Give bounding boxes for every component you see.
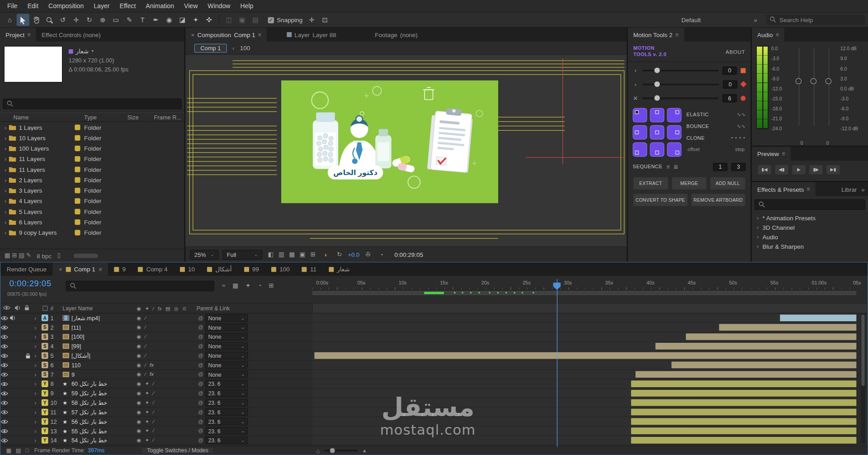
slider-mode-icon[interactable]: › [633, 81, 638, 88]
label-color-swatch[interactable] [75, 166, 80, 172]
parent-column-header[interactable]: Parent & Link [197, 305, 312, 311]
timeline-tab-أشكال[interactable]: أشكال [201, 262, 238, 275]
label-color-swatch[interactable] [75, 187, 80, 193]
lock-toggle-icon[interactable] [24, 408, 32, 417]
help-search-input[interactable]: Search Help [766, 15, 865, 25]
solo-toggle[interactable] [16, 389, 24, 398]
snap-option-icon[interactable]: ⊡ [319, 14, 331, 26]
pickwhip-icon[interactable]: @ [197, 362, 205, 368]
layer-name-column-header[interactable]: Layer Name [62, 305, 137, 311]
audio-toggle-icon[interactable] [8, 389, 16, 398]
chevron-right-icon[interactable]: › [757, 234, 759, 240]
layer-name[interactable]: خط بار تكل 59 [71, 390, 137, 397]
anchor-button-tr[interactable] [667, 108, 682, 122]
fader-knob[interactable] [826, 78, 831, 84]
region-of-interest-icon[interactable]: ◧ [266, 251, 276, 258]
project-list-item[interactable]: ›11 LayersFolder [0, 153, 184, 164]
layer-name[interactable]: [أشكال] [71, 352, 137, 359]
audio-toggle-icon[interactable] [8, 370, 16, 379]
rotate-tool-icon[interactable]: ↻ [83, 14, 96, 26]
tab-libraries[interactable]: Librar [841, 186, 857, 193]
time-ruler[interactable]: 0:00s05s10s15s20s25s30s35s40s45s50s55s01… [312, 276, 857, 290]
pan-camera-tool-icon[interactable]: ✛ [70, 14, 82, 26]
layer-duration-bar[interactable] [631, 437, 856, 444]
zoom-out-icon[interactable]: △ [316, 448, 320, 453]
label-color-swatch[interactable] [75, 124, 80, 130]
project-column-headers[interactable]: Name Type Size Frame R... [0, 113, 184, 122]
visibility-toggle-icon[interactable] [0, 436, 8, 445]
timeline-tab-9[interactable]: 9 [108, 262, 132, 275]
layer-duration-bar[interactable] [719, 324, 856, 331]
lock-toggle-icon[interactable] [24, 323, 32, 332]
quality-switch-icon[interactable]: ◉ [137, 428, 141, 434]
layer-duration-bar[interactable] [631, 418, 856, 425]
expand-chevron-icon[interactable]: › [0, 198, 9, 204]
quality-switch-icon[interactable]: ◉ [137, 390, 141, 396]
layer-duration-bar[interactable] [631, 409, 856, 416]
panel-menu-icon[interactable]: ≡ [776, 32, 779, 38]
slider-value[interactable]: 0 [722, 66, 737, 74]
anchor-button-t[interactable] [650, 108, 665, 122]
tab-effects-presets[interactable]: Effects & Presets ≡ [752, 182, 816, 196]
layer-name[interactable]: خط بار تكل 56 [71, 418, 137, 425]
first-frame-button[interactable]: ▮◀ [757, 165, 772, 175]
anchor-button-r[interactable] [667, 125, 682, 139]
panel-menu-icon[interactable]: ≡ [27, 32, 30, 38]
collapse-switch-icon[interactable]: ✦ [145, 409, 149, 415]
toggle-switches-button[interactable]: Toggle Switches / Modes [141, 447, 214, 454]
audio-toggle-icon[interactable] [8, 436, 16, 445]
snapshot-icon[interactable]: ✇ [363, 251, 373, 258]
anchor-button-br[interactable] [667, 142, 682, 156]
expand-chevron-icon[interactable]: › [32, 343, 39, 350]
slider-mode-icon[interactable]: ‹ [633, 67, 638, 74]
tab-effect-controls[interactable]: Effect Controls (none) [36, 28, 106, 42]
timeline-option-icon[interactable]: ⊞ [269, 282, 274, 289]
layer-track[interactable] [312, 389, 857, 398]
switch-slash-icon[interactable]: ∕ [153, 428, 154, 434]
timeline-zoom-controls[interactable]: △ ▲ [316, 448, 367, 453]
solo-toggle[interactable] [16, 417, 24, 426]
solo-toggle[interactable] [16, 342, 24, 351]
timeline-tab-100[interactable]: 100 [265, 262, 296, 275]
expand-chevron-icon[interactable]: › [0, 187, 9, 194]
quality-switch-icon[interactable]: ◉ [137, 381, 141, 386]
project-list-item[interactable]: ›1 LayersFolder [0, 122, 184, 132]
tab-composition[interactable]: × Composition Comp 1 ≡ [185, 28, 267, 42]
project-list-item[interactable]: ›9 copy LayersFolder [0, 227, 184, 237]
expand-chevron-icon[interactable]: › [0, 208, 9, 215]
project-footer-icons[interactable]: ▦ ⊞ ▤ ✎ [5, 252, 31, 259]
panel-overflow-button[interactable]: » [861, 186, 865, 193]
quality-switch-icon[interactable]: ◉ [137, 362, 141, 368]
layer-track[interactable] [312, 427, 857, 436]
anchor-button-c[interactable] [650, 125, 665, 139]
lock-toggle-icon[interactable] [24, 398, 32, 407]
tab-footage[interactable]: Footage (none) [369, 28, 423, 42]
switch-slash-icon[interactable]: ∕ [153, 437, 154, 443]
effects-search-input[interactable] [755, 199, 865, 210]
comp-navigator-parent[interactable]: 100 [240, 45, 250, 52]
expand-chevron-icon[interactable]: › [32, 418, 39, 425]
layer-name[interactable]: خط بار تكل 60 [71, 380, 137, 387]
expand-chevron-icon[interactable]: › [32, 333, 39, 340]
layer-label-color[interactable]: Y [42, 418, 48, 425]
lock-toggle-icon[interactable] [24, 313, 32, 322]
layer-name[interactable]: [99] [71, 343, 137, 350]
menu-animation[interactable]: Animation [141, 0, 179, 12]
audio-toggle-icon[interactable] [8, 379, 16, 389]
timeline-option-icon[interactable]: ≈ [222, 282, 225, 289]
audio-toggle-icon[interactable] [8, 360, 16, 370]
hand-tool-icon[interactable] [30, 14, 42, 26]
label-color-swatch[interactable] [75, 177, 80, 182]
quality-switch-icon[interactable]: ◉ [137, 343, 141, 349]
parent-select[interactable]: None⌄ [205, 323, 248, 331]
pickwhip-icon[interactable]: @ [197, 409, 205, 415]
project-list-item[interactable]: ›100 LayersFolder [0, 143, 184, 153]
expand-chevron-icon[interactable]: › [32, 362, 39, 369]
solo-toggle[interactable] [16, 332, 24, 341]
footer-icon[interactable]: ▤ [16, 447, 21, 453]
add-null-button[interactable]: ADD NULL [710, 176, 745, 190]
layer-name[interactable]: خط بار تكل 57 [71, 409, 137, 416]
transparency-grid-icon[interactable]: ▥ [277, 251, 286, 258]
collapse-switch-icon[interactable]: ✦ [145, 428, 149, 434]
layer-track[interactable] [312, 323, 857, 332]
